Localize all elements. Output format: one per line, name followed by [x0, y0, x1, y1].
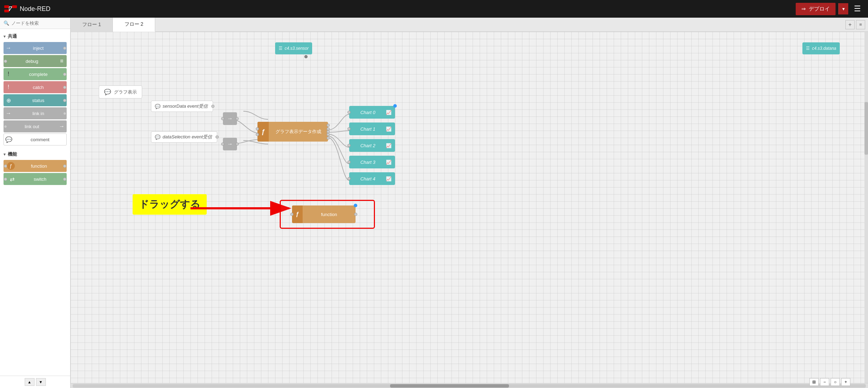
event-icon2: 💬 — [155, 135, 160, 140]
chart-node-2[interactable]: Chart 2 📈 — [349, 139, 395, 152]
dragged-function-node[interactable]: ƒ function — [292, 205, 356, 223]
add-tab-button[interactable]: + — [845, 20, 855, 29]
zoom-reset-button[interactable]: ○ — [831, 378, 840, 386]
scroll-up-button[interactable]: ▲ — [25, 378, 35, 386]
link-node-2[interactable]: → — [223, 138, 237, 150]
chart-node-0[interactable]: Chart 0 📈 — [349, 106, 395, 119]
zoom-in-button[interactable]: + — [841, 378, 850, 386]
port-dot — [4, 165, 7, 168]
comment-node-graph[interactable]: 💬 グラフ表示 — [99, 85, 142, 99]
complete-icon: ! — [4, 68, 13, 80]
section-functions-label: 機能 — [8, 151, 17, 157]
deploy-dropdown-button[interactable]: ▾ — [838, 3, 848, 14]
port-right — [211, 105, 214, 108]
tab-flow2[interactable]: フロー 2 — [113, 18, 155, 32]
zoom-out-button[interactable]: − — [820, 378, 829, 386]
scroll-down-button[interactable]: ▼ — [36, 378, 46, 386]
tab-flow1[interactable]: フロー 1 — [71, 18, 113, 32]
port-dot — [63, 165, 66, 168]
status-label: status — [13, 98, 63, 103]
port-left — [347, 144, 351, 147]
port-dot — [4, 178, 7, 181]
comment-bubble-icon: 💬 — [104, 89, 111, 95]
port-right — [236, 143, 239, 146]
top-node-sensor[interactable]: ☰ c4.s3.sensor — [275, 42, 312, 54]
top-node-datana[interactable]: ☰ c4.s3.datana — [802, 42, 840, 54]
port-left-2 — [256, 133, 259, 136]
main-layout: 🔍 ▾ 共通 → inject debug ≡ ! — [0, 18, 868, 388]
top-node-icon2: ☰ — [806, 46, 810, 51]
horizontal-scrollbar[interactable] — [73, 384, 866, 388]
vertical-scrollbar[interactable] — [864, 32, 868, 383]
search-input[interactable] — [11, 20, 67, 26]
node-complete[interactable]: ! complete — [4, 68, 67, 80]
node-switch[interactable]: ⇄ switch — [4, 173, 67, 185]
port-dot — [63, 112, 66, 115]
port-dot — [63, 99, 66, 102]
link-node-1[interactable]: → — [223, 112, 237, 125]
deploy-button[interactable]: ⇒ デプロイ — [796, 3, 836, 15]
function-node-main[interactable]: ƒ グラフ表示データ作成 — [257, 122, 328, 142]
link-out-icon: → — [57, 120, 67, 132]
top-node-icon: ☰ — [279, 46, 283, 51]
horizontal-scrollbar-thumb — [390, 384, 509, 388]
chart-node-4[interactable]: Chart 4 📈 — [349, 172, 395, 185]
port-bottom-sensor — [304, 55, 308, 58]
grid-button[interactable]: ⊞ — [809, 378, 819, 386]
section-common-label: 共通 — [8, 33, 17, 40]
svg-rect-0 — [4, 5, 9, 8]
chevron-down-icon: ▾ — [4, 152, 6, 157]
sidebar-search-bar: 🔍 — [0, 18, 70, 29]
port-left — [221, 143, 224, 146]
blue-dot-function — [354, 204, 357, 207]
node-debug[interactable]: debug ≡ — [4, 55, 67, 67]
canvas: ☰ c4.s3.sensor ☰ c4.s3.datana 💬 グラフ表示 💬 … — [71, 32, 868, 383]
chart1-label: Chart 1 — [352, 126, 384, 132]
node-inject[interactable]: → inject — [4, 42, 67, 54]
deploy-label: デプロイ — [809, 6, 830, 12]
node-catch[interactable]: ! catch — [4, 81, 67, 93]
link-in-label: link in — [13, 111, 63, 116]
topbar-left: Node-RED — [4, 4, 50, 13]
port-left — [347, 127, 351, 131]
chart-node-3[interactable]: Chart 3 📈 — [349, 156, 395, 168]
catch-icon: ! — [4, 81, 13, 93]
port-dot — [63, 86, 66, 89]
chart4-label: Chart 4 — [352, 176, 384, 181]
event-label-dataselection: dataSelection event受信 — [163, 134, 212, 140]
sidebar-nodes: ▾ 共通 → inject debug ≡ ! complete — [0, 29, 70, 376]
menu-button[interactable]: ☰ — [851, 3, 864, 15]
function-node-label: グラフ表示データ作成 — [269, 129, 328, 135]
event-node-dataselection[interactable]: 💬 dataSelection event受信 — [151, 131, 217, 143]
port-right — [216, 136, 219, 139]
link-in-icon: → — [4, 107, 13, 119]
deploy-icon: ⇒ — [801, 6, 806, 12]
port-dot — [4, 125, 7, 128]
chart-icon: 📈 — [386, 143, 391, 148]
port-right-5 — [327, 136, 330, 139]
port-dot — [4, 60, 7, 63]
debug-icon: ≡ — [57, 55, 67, 67]
canvas-controls: ⊞ − ○ + — [809, 378, 850, 386]
svg-rect-1 — [12, 5, 17, 8]
section-common-header[interactable]: ▾ 共通 — [0, 31, 70, 41]
tab-list-button[interactable]: ≡ — [856, 20, 865, 29]
node-comment[interactable]: 💬 comment — [4, 133, 67, 145]
chart0-label: Chart 0 — [352, 110, 384, 115]
node-function-sidebar[interactable]: ƒ function — [4, 160, 67, 172]
tabs-bar: フロー 1 フロー 2 + ≡ — [71, 18, 868, 32]
chevron-down-icon: ▾ — [4, 34, 6, 39]
inject-label: inject — [13, 46, 63, 51]
node-link-in[interactable]: → link in — [4, 107, 67, 119]
node-link-out[interactable]: link out → — [4, 120, 67, 132]
top-node-label2: c4.s3.datana — [812, 46, 836, 51]
chart-node-1[interactable]: Chart 1 📈 — [349, 123, 395, 135]
section-functions-header[interactable]: ▾ 機能 — [0, 149, 70, 159]
event-node-sensor[interactable]: 💬 sensorData event受信 — [151, 101, 213, 112]
port-dot — [63, 47, 66, 50]
port-left — [290, 213, 293, 216]
node-red-logo: Node-RED — [4, 4, 50, 13]
node-status[interactable]: ⊕ status — [4, 94, 67, 106]
svg-rect-2 — [4, 10, 9, 12]
catch-label: catch — [13, 85, 63, 90]
